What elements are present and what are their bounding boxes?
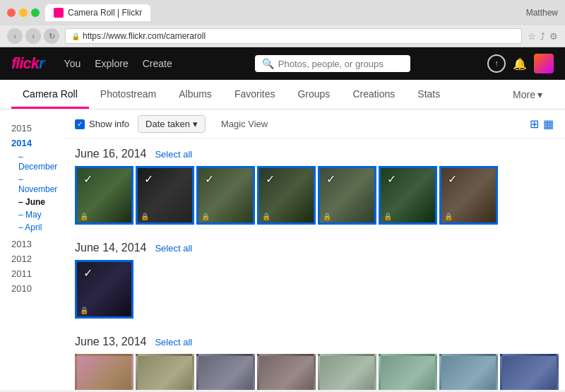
lock-icon: 🔒 [71, 32, 80, 40]
sidebar-year-2013[interactable]: 2013 [11, 237, 64, 251]
subnav-favorites[interactable]: Favorites [223, 81, 287, 109]
magic-view-button[interactable]: Magic View [214, 116, 275, 132]
sidebar-year-2010[interactable]: 2010 [11, 281, 64, 296]
search-input[interactable] [278, 59, 403, 69]
title-bar: Camera Roll | Flickr Matthew [0, 0, 565, 25]
flickr-logo: flickr [11, 54, 44, 73]
flickr-subnav: Camera Roll Photostream Albums Favorites… [0, 80, 565, 109]
check-icon: ✓ [80, 171, 95, 186]
minimize-button[interactable] [19, 8, 28, 17]
lock-icon: 🔒 [80, 213, 88, 220]
check-icon: ✓ [80, 265, 95, 280]
chrome-user-name: Matthew [526, 8, 558, 18]
checkbox-checked: ✓ [75, 119, 85, 129]
browser-tab[interactable]: Camera Roll | Flickr [45, 4, 150, 21]
chevron-down-icon: ▾ [537, 89, 542, 100]
url-text: https://www.flickr.com/cameraroll [83, 31, 206, 41]
nav-explore[interactable]: Explore [89, 55, 133, 72]
sidebar-month-may[interactable]: – May [11, 208, 64, 221]
photo-thumb[interactable]: ✓ 🔒 [257, 166, 316, 225]
search-box[interactable]: 🔍 [255, 55, 410, 72]
subnav-photostream[interactable]: Photostream [89, 81, 167, 109]
select-all-june13[interactable]: Select all [155, 337, 192, 348]
check-icon: ✓ [262, 171, 278, 186]
photo-thumb[interactable] [257, 354, 316, 390]
photo-thumb[interactable] [136, 354, 194, 390]
photo-thumb[interactable]: ✓ 🔒 [136, 166, 194, 225]
forward-button[interactable]: › [25, 28, 41, 44]
sidebar-year-2012[interactable]: 2012 [11, 251, 64, 266]
subnav-creations[interactable]: Creations [341, 81, 406, 109]
star-icon[interactable]: ☆ [528, 31, 536, 42]
sidebar-month-april[interactable]: – April [11, 221, 64, 234]
address-bar-actions: ☆ ⤴ ⚙ [528, 31, 558, 42]
search-icon: 🔍 [262, 58, 274, 69]
select-all-june16[interactable]: Select all [155, 149, 192, 160]
maximize-button[interactable] [31, 8, 40, 17]
subnav-more[interactable]: More ▾ [501, 82, 554, 107]
main-content: ✓ Show info Date taken ▾ Magic View ⊞ ▦ … [64, 109, 565, 390]
subnav-albums[interactable]: Albums [167, 81, 223, 109]
photo-thumb[interactable] [379, 354, 437, 390]
close-button[interactable] [7, 8, 16, 17]
back-button[interactable]: ‹ [7, 28, 23, 44]
subnav-stats[interactable]: Stats [406, 81, 451, 109]
nav-you[interactable]: You [59, 55, 87, 72]
lock-icon: 🔒 [262, 213, 270, 220]
group-header-june14: June 14, 2014 Select all [75, 242, 554, 254]
photo-group-june13: June 13, 2014 Select all [64, 327, 565, 390]
upload-button[interactable]: ↑ [487, 54, 506, 73]
lock-icon: 🔒 [383, 213, 392, 220]
show-info-label: Show info [89, 119, 129, 129]
url-bar[interactable]: 🔒 https://www.flickr.com/cameraroll [65, 28, 522, 44]
photo-thumb[interactable]: ✓ 🔒 [379, 166, 437, 225]
nav-create[interactable]: Create [137, 55, 178, 72]
group-date-june13: June 13, 2014 [75, 335, 146, 348]
photo-thumb[interactable] [75, 354, 133, 390]
photo-thumb[interactable] [439, 354, 498, 390]
check-icon: ✓ [444, 171, 460, 186]
check-icon: ✓ [201, 171, 217, 186]
browser-chrome: Camera Roll | Flickr Matthew ‹ › ↻ 🔒 htt… [0, 0, 565, 47]
sidebar-month-december[interactable]: – December [11, 150, 64, 173]
sidebar-month-november[interactable]: – November [11, 173, 64, 196]
view-icons: ⊞ ▦ [530, 117, 554, 131]
photo-thumb[interactable]: ✓ 🔒 [318, 166, 376, 225]
lock-icon: 🔒 [80, 307, 88, 314]
photo-strip-june16: ✓ 🔒 ✓ 🔒 ✓ 🔒 ✓ 🔒 [75, 166, 554, 225]
check-icon: ✓ [141, 171, 156, 186]
refresh-button[interactable]: ↻ [44, 28, 59, 44]
bell-icon[interactable]: 🔔 [513, 57, 527, 71]
extensions-icon[interactable]: ⚙ [549, 31, 558, 42]
photo-thumb[interactable]: ✓ 🔒 [75, 260, 133, 319]
photo-thumb[interactable]: ✓ 🔒 [439, 166, 498, 225]
photo-thumb[interactable] [196, 354, 255, 390]
subnav-camera-roll[interactable]: Camera Roll [11, 81, 89, 109]
photo-thumb[interactable]: ✓ 🔒 [196, 166, 255, 225]
sidebar-year-2011[interactable]: 2011 [11, 266, 64, 281]
lock-icon: 🔒 [323, 213, 331, 220]
grid-view-icon[interactable]: ⊞ [530, 117, 539, 131]
date-dropdown-icon: ▾ [193, 119, 198, 129]
sidebar-year-2015[interactable]: 2015 [11, 121, 64, 136]
photo-thumb[interactable] [500, 354, 559, 390]
list-view-icon[interactable]: ▦ [543, 117, 554, 131]
sidebar-year-2014[interactable]: 2014 [11, 136, 64, 150]
photo-thumb[interactable] [318, 354, 376, 390]
date-taken-button[interactable]: Date taken ▾ [138, 115, 206, 133]
nav-links: You Explore Create [59, 55, 178, 72]
subnav-groups[interactable]: Groups [286, 81, 341, 109]
sidebar-month-june[interactable]: – June [11, 196, 64, 208]
share-icon[interactable]: ⤴ [540, 31, 545, 42]
show-info-checkbox[interactable]: ✓ Show info [75, 119, 129, 129]
select-all-june14[interactable]: Select all [155, 243, 192, 254]
group-date-june14: June 14, 2014 [75, 242, 146, 254]
date-taken-label: Date taken [145, 119, 190, 129]
tab-favicon [54, 8, 64, 18]
flickr-content: 2015 2014 – December – November – June –… [0, 109, 565, 390]
group-header-june16: June 16, 2014 Select all [75, 148, 554, 160]
group-header-june13: June 13, 2014 Select all [75, 335, 554, 348]
photo-thumb[interactable]: ✓ 🔒 [75, 166, 133, 225]
content-toolbar: ✓ Show info Date taken ▾ Magic View ⊞ ▦ [64, 109, 565, 139]
user-avatar[interactable] [534, 54, 554, 73]
